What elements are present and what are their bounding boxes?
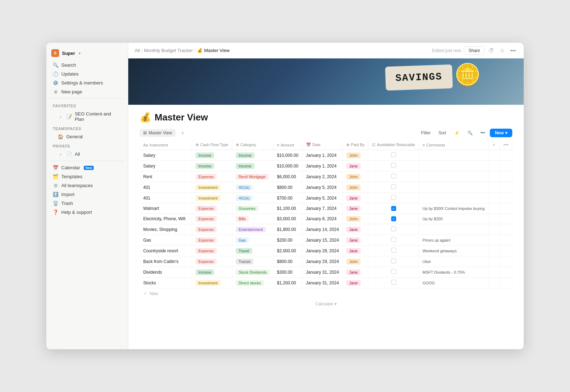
share-button[interactable]: Share (464, 46, 484, 55)
cell-category: Transit (232, 256, 273, 267)
breadcrumb-all[interactable]: All (135, 48, 140, 53)
timer-button[interactable]: ⏱ (487, 47, 496, 54)
th-comments[interactable]: ≡Comments (419, 140, 488, 150)
cell-paid-by: John (343, 214, 368, 224)
sidebar-item-templates[interactable]: 🗂️ Templates (48, 172, 126, 181)
sidebar-item-new-page[interactable]: ⊕ New page (48, 87, 126, 96)
search-db-button[interactable]: 🔍 (465, 129, 476, 137)
sidebar-item-calendar[interactable]: 📅 Calendar New (48, 163, 126, 172)
more-db-button[interactable]: ••• (478, 129, 488, 137)
checkbox-checked[interactable]: ✓ (391, 216, 396, 221)
cell-amount: $1,800.00 (273, 224, 302, 235)
cell-avoidable[interactable] (368, 171, 419, 182)
checkbox-unchecked[interactable] (391, 280, 396, 285)
cell-cashflow: Expense (192, 256, 232, 267)
page-title: 💰 Master View (140, 112, 512, 123)
breadcrumb-tracker[interactable]: Monthly Budget Tracker (144, 48, 193, 53)
more-button[interactable]: ••• (509, 47, 517, 54)
cell-avoidable[interactable] (368, 150, 419, 161)
cell-category: 401(k) (232, 193, 273, 203)
cell-cashflow: Expense (192, 203, 232, 214)
calculate-button[interactable]: Calculate ▾ (140, 299, 512, 309)
cell-avoidable[interactable]: ✓ (368, 214, 419, 224)
checkbox-unchecked[interactable] (391, 174, 396, 179)
star-button[interactable]: ☆ (498, 47, 506, 55)
th-avoidable[interactable]: ☑Avoidable/ Reducable (368, 140, 419, 150)
sidebar-item-help[interactable]: ❓ Help & support (48, 208, 126, 217)
settings-icon: ⚙️ (53, 80, 58, 86)
checkbox-unchecked[interactable] (391, 248, 396, 253)
th-paid-by[interactable]: ⊕Paid By (343, 140, 368, 150)
lightning-button[interactable]: ⚡ (451, 129, 462, 137)
sidebar-item-general[interactable]: 🏠 General (48, 132, 126, 141)
filter-button[interactable]: Filter (418, 129, 434, 137)
sidebar-item-all[interactable]: › 📄 All (48, 150, 126, 159)
table-row[interactable]: Walmart Expense Groceries $1,100.00 Janu… (140, 203, 512, 214)
table-icon: ⊞ (143, 130, 147, 135)
cell-avoidable[interactable] (368, 182, 419, 193)
db-view-tab[interactable]: ⊞ Master View (140, 129, 176, 137)
th-amount[interactable]: ≡Amount (273, 140, 302, 150)
cell-avoidable[interactable] (368, 246, 419, 256)
table-row[interactable]: Gas Expense Gas $200.00 January 15, 2024… (140, 235, 512, 246)
checkbox-unchecked[interactable] (391, 163, 396, 168)
checkbox-unchecked[interactable] (391, 237, 396, 242)
checkbox-unchecked[interactable] (391, 184, 396, 189)
cell-instrument: Back from Caitlin's (140, 256, 192, 267)
cell-cashflow: Income (192, 150, 232, 161)
workspace-header[interactable]: S Super ▾ (46, 47, 128, 59)
table-row[interactable]: Salary Income Income $10,000.00 January … (140, 161, 512, 171)
sidebar-item-updates[interactable]: 🕐 Updates (48, 69, 126, 78)
checkbox-checked[interactable]: ✓ (391, 206, 396, 211)
cell-avoidable[interactable] (368, 224, 419, 235)
th-add-col[interactable]: ＋ (488, 140, 500, 150)
cell-avoidable[interactable]: ✓ (368, 203, 419, 214)
checkbox-unchecked[interactable] (391, 226, 396, 231)
cell-date: January 15, 2024 (302, 235, 343, 246)
new-record-button[interactable]: New ▾ (490, 129, 512, 137)
th-instrument[interactable]: AaInstrument (140, 140, 192, 150)
sort-button[interactable]: Sort (436, 129, 449, 137)
table-row[interactable]: Movies, Shopping Expense Entertainment $… (140, 224, 512, 235)
sidebar-item-seo[interactable]: › 📝 SEO Content and Plan (48, 109, 126, 124)
cell-avoidable[interactable] (368, 161, 419, 171)
private-section: Private (46, 141, 128, 150)
sidebar-item-search[interactable]: 🔍 Search (48, 61, 126, 69)
cell-avoidable[interactable] (368, 256, 419, 267)
sidebar-item-all-teamspaces[interactable]: ⊞ All teamspaces (48, 181, 126, 190)
checkbox-unchecked[interactable] (391, 258, 396, 263)
sidebar-item-trash[interactable]: 🗑️ Trash (48, 199, 126, 208)
sidebar-item-settings[interactable]: ⚙️ Settings & members (48, 78, 126, 87)
table-row[interactable]: Rent Expense Rent/ Mortgage $6,000.00 Ja… (140, 171, 512, 182)
add-view-button[interactable]: ＋ (178, 129, 187, 137)
cell-avoidable[interactable] (368, 267, 419, 278)
table-row[interactable]: Dividends Income Stock Dividends $300.00… (140, 267, 512, 278)
checkbox-unchecked[interactable] (391, 152, 396, 157)
cell-avoidable[interactable] (368, 193, 419, 203)
database-table: AaInstrument ⊕Cash Flow Type ⊕Category ≡… (140, 140, 512, 288)
cell-date: January 1, 2024 (302, 150, 343, 161)
th-date[interactable]: 📅Date (302, 140, 343, 150)
cell-cashflow: Income (192, 161, 232, 171)
cell-avoidable[interactable] (368, 235, 419, 246)
table-row[interactable]: Stocks Investment Direct stocks $1,200.0… (140, 278, 512, 288)
checkbox-unchecked[interactable] (391, 195, 396, 200)
table-row[interactable]: Back from Caitlin's Expense Transit $800… (140, 256, 512, 267)
cell-avoidable[interactable] (368, 278, 419, 288)
table-row[interactable]: 401 Investment 401(k) $800.00 January 5,… (140, 182, 512, 193)
cell-more (500, 256, 512, 267)
cell-more (500, 214, 512, 224)
table-row[interactable]: 401 Investment 401(k) $700.00 January 5,… (140, 193, 512, 203)
th-cashflow[interactable]: ⊕Cash Flow Type (192, 140, 232, 150)
cell-paid-by: Jane (343, 161, 368, 171)
checkbox-unchecked[interactable] (391, 269, 396, 274)
table-row[interactable]: Countryside resort Expense Travel $2,000… (140, 246, 512, 256)
table-row[interactable]: Electricity, Phone, Wifi Expense Bills $… (140, 214, 512, 224)
add-row-button[interactable]: ＋ New (140, 288, 512, 299)
table-row[interactable]: Salary Income Income $10,000.00 January … (140, 150, 512, 161)
sidebar-item-import[interactable]: ⬆️ Import (48, 190, 126, 199)
cell-amount: $200.00 (273, 235, 302, 246)
th-more[interactable]: ••• (500, 140, 512, 150)
th-category[interactable]: ⊕Category (232, 140, 273, 150)
cell-more (500, 150, 512, 161)
